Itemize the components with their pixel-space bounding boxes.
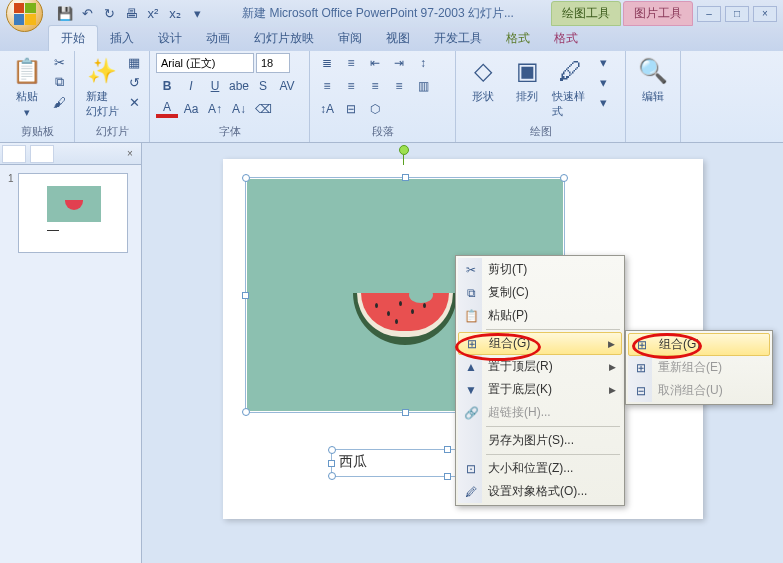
ribbon-tabs: 开始 插入 设计 动画 幻灯片放映 审阅 视图 开发工具 格式 格式 (0, 27, 783, 51)
slide-thumbnail[interactable]: 1 (8, 173, 133, 253)
menu-bring-front[interactable]: ▲置于顶层(R)▶ (458, 355, 622, 378)
close-button[interactable]: × (753, 6, 777, 22)
numbering-button[interactable]: ≡ (340, 53, 362, 73)
shadow-button[interactable]: S (252, 76, 274, 96)
strike-button[interactable]: abe (228, 76, 250, 96)
new-slide-icon: ✨ (86, 55, 118, 87)
submenu-arrow-icon: ▶ (609, 362, 616, 372)
line-spacing-button[interactable]: ↕ (412, 53, 434, 73)
quickstyle-icon: 🖊 (555, 55, 587, 87)
paste-icon: 📋 (463, 308, 479, 324)
align-text-button[interactable]: ⊟ (340, 99, 362, 119)
justify-button[interactable]: ≡ (388, 76, 410, 96)
sub-icon[interactable]: x₂ (167, 6, 183, 22)
delete-icon[interactable]: ✕ (125, 93, 143, 111)
save-picture-icon (463, 433, 479, 449)
tab-insert[interactable]: 插入 (98, 26, 146, 51)
submenu-arrow-icon: ▶ (608, 339, 615, 349)
underline-button[interactable]: U (204, 76, 226, 96)
clear-format-button[interactable]: ⌫ (252, 99, 274, 119)
align-right-button[interactable]: ≡ (364, 76, 386, 96)
menu-cut[interactable]: ✂剪切(T) (458, 258, 622, 281)
font-color-button[interactable]: A (156, 99, 178, 119)
rotation-handle[interactable] (399, 145, 409, 155)
align-left-button[interactable]: ≡ (316, 76, 338, 96)
regroup-icon: ⊞ (633, 360, 649, 376)
menu-send-back[interactable]: ▼置于底层(K)▶ (458, 378, 622, 401)
indent-dec-button[interactable]: ⇤ (364, 53, 386, 73)
bold-button[interactable]: B (156, 76, 178, 96)
cut-icon[interactable]: ✂ (50, 53, 68, 71)
tab-review[interactable]: 审阅 (326, 26, 374, 51)
format-painter-icon[interactable]: 🖌 (50, 93, 68, 111)
picture-tools-tab[interactable]: 图片工具 (623, 1, 693, 26)
quick-access-toolbar: 💾 ↶ ↻ 🖶 x² x₂ ▾ (57, 6, 205, 22)
tab-developer[interactable]: 开发工具 (422, 26, 494, 51)
sup-icon[interactable]: x² (145, 6, 161, 22)
editing-button[interactable]: 🔍编辑 (632, 53, 674, 106)
font-name-combo[interactable]: Arial (正文) (156, 53, 254, 73)
menu-size-position[interactable]: ⊡大小和位置(Z)... (458, 457, 622, 480)
spacing-button[interactable]: AV (276, 76, 298, 96)
align-center-button[interactable]: ≡ (340, 76, 362, 96)
submenu-group[interactable]: ⊞组合(G) (628, 333, 770, 356)
textbox-content[interactable]: 西瓜 (339, 453, 367, 471)
qat-more-icon[interactable]: ▾ (189, 6, 205, 22)
submenu-regroup: ⊞重新组合(E) (628, 356, 770, 379)
slides-tab-icon[interactable] (2, 145, 26, 163)
tab-animation[interactable]: 动画 (194, 26, 242, 51)
group-editing: 🔍编辑 (626, 51, 681, 142)
shapes-button[interactable]: ◇形状 (462, 53, 504, 106)
tab-format-picture[interactable]: 格式 (542, 26, 590, 51)
change-case-button[interactable]: Aa (180, 99, 202, 119)
cut-icon: ✂ (463, 262, 479, 278)
text-direction-button[interactable]: ↕A (316, 99, 338, 119)
save-icon[interactable]: 💾 (57, 6, 73, 22)
menu-paste[interactable]: 📋粘贴(P) (458, 304, 622, 327)
shrink-font-button[interactable]: A↓ (228, 99, 250, 119)
font-size-combo[interactable]: 18 (256, 53, 290, 73)
tab-home[interactable]: 开始 (48, 25, 98, 51)
tab-view[interactable]: 视图 (374, 26, 422, 51)
bullets-button[interactable]: ≣ (316, 53, 338, 73)
layout-icon[interactable]: ▦ (125, 53, 143, 71)
drawing-tools-tab[interactable]: 绘图工具 (551, 1, 621, 26)
shape-outline-icon[interactable]: ▾ (594, 73, 612, 91)
group-drawing: ◇形状 ▣排列 🖊快速样式 ▾ ▾ ▾ 绘图 (456, 51, 626, 142)
maximize-button[interactable]: □ (725, 6, 749, 22)
group-clipboard: 📋 粘贴 ▾ ✂ ⧉ 🖌 剪贴板 (0, 51, 75, 142)
minimize-button[interactable]: – (697, 6, 721, 22)
undo-icon[interactable]: ↶ (79, 6, 95, 22)
paste-button[interactable]: 📋 粘贴 ▾ (6, 53, 48, 121)
smartart-button[interactable]: ⬡ (364, 99, 386, 119)
outline-tab-icon[interactable] (30, 145, 54, 163)
italic-button[interactable]: I (180, 76, 202, 96)
redo-icon[interactable]: ↻ (101, 6, 117, 22)
shape-fill-icon[interactable]: ▾ (594, 53, 612, 71)
menu-save-as-picture[interactable]: 另存为图片(S)... (458, 429, 622, 452)
submenu-ungroup: ⊟取消组合(U) (628, 379, 770, 402)
arrange-icon: ▣ (511, 55, 543, 87)
window-title: 新建 Microsoft Office PowerPoint 97-2003 幻… (205, 5, 551, 22)
tab-slideshow[interactable]: 幻灯片放映 (242, 26, 326, 51)
shape-effects-icon[interactable]: ▾ (594, 93, 612, 111)
menu-copy[interactable]: ⧉复制(C) (458, 281, 622, 304)
grow-font-button[interactable]: A↑ (204, 99, 226, 119)
group-paragraph: ≣ ≡ ⇤ ⇥ ↕ ≡ ≡ ≡ ≡ ▥ ↕A ⊟ ⬡ 段落 (310, 51, 456, 142)
menu-group[interactable]: ⊞组合(G)▶ (458, 332, 622, 355)
tab-design[interactable]: 设计 (146, 26, 194, 51)
copy-icon: ⧉ (463, 285, 479, 301)
print-icon[interactable]: 🖶 (123, 6, 139, 22)
menu-format-object[interactable]: 🖉设置对象格式(O)... (458, 480, 622, 503)
new-slide-button[interactable]: ✨ 新建 幻灯片 (81, 53, 123, 121)
group-icon: ⊞ (464, 336, 480, 352)
copy-icon[interactable]: ⧉ (50, 73, 68, 91)
group-font: Arial (正文) 18 B I U abe S AV A Aa A↑ A↓ … (150, 51, 310, 142)
tab-format-drawing[interactable]: 格式 (494, 26, 542, 51)
indent-inc-button[interactable]: ⇥ (388, 53, 410, 73)
arrange-button[interactable]: ▣排列 (506, 53, 548, 106)
panel-close-icon[interactable]: × (123, 147, 137, 161)
reset-icon[interactable]: ↺ (125, 73, 143, 91)
columns-button[interactable]: ▥ (412, 76, 434, 96)
quickstyle-button[interactable]: 🖊快速样式 (550, 53, 592, 121)
